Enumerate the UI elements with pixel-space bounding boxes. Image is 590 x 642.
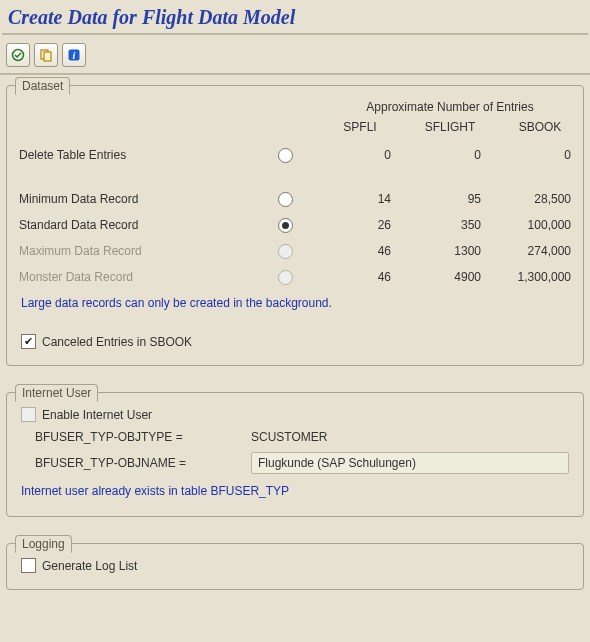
radio-minimum[interactable] xyxy=(278,192,293,207)
info-icon: i xyxy=(67,48,81,62)
radio-standard[interactable] xyxy=(278,218,293,233)
row-monster-label: Monster Data Record xyxy=(15,270,255,284)
checkbox-canceled-sbook[interactable]: ✔ xyxy=(21,334,36,349)
row-minimum-c1: 14 xyxy=(315,192,405,206)
page-title: Create Data for Flight Data Model xyxy=(0,0,590,33)
internet-user-legend: Internet User xyxy=(15,384,98,402)
row-standard-c3: 100,000 xyxy=(495,218,585,232)
col-sflight: SFLIGHT xyxy=(405,120,495,134)
dataset-legend: Dataset xyxy=(15,77,70,95)
row-monster: Monster Data Record 46 4900 1,300,000 xyxy=(15,264,575,290)
row-maximum: Maximum Data Record 46 1300 274,000 xyxy=(15,238,575,264)
row-monster-c3: 1,300,000 xyxy=(495,270,585,284)
row-standard: Standard Data Record 26 350 100,000 xyxy=(15,212,575,238)
row-minimum-label: Minimum Data Record xyxy=(15,192,255,206)
label-objname: BFUSER_TYP-OBJNAME = xyxy=(21,456,251,470)
label-generate-log-list: Generate Log List xyxy=(42,559,137,573)
value-objtype: SCUSTOMER xyxy=(251,430,569,444)
toolbar: i xyxy=(0,39,590,73)
row-monster-c1: 46 xyxy=(315,270,405,284)
svg-rect-2 xyxy=(44,52,51,61)
row-standard-c2: 350 xyxy=(405,218,495,232)
row-maximum-c3: 274,000 xyxy=(495,244,585,258)
checkbox-enable-internet-user xyxy=(21,407,36,422)
copy-variant-button[interactable] xyxy=(34,43,58,67)
col-spfli: SPFLI xyxy=(315,120,405,134)
title-divider xyxy=(2,33,588,35)
execute-button[interactable] xyxy=(6,43,30,67)
internet-user-group: Internet User Enable Internet User BFUSE… xyxy=(6,392,584,517)
internet-user-note: Internet user already exists in table BF… xyxy=(15,478,575,504)
info-button[interactable]: i xyxy=(62,43,86,67)
input-objname[interactable]: Flugkunde (SAP Schulungen) xyxy=(251,452,569,474)
dataset-note: Large data records can only be created i… xyxy=(15,290,575,316)
row-standard-label: Standard Data Record xyxy=(15,218,255,232)
dataset-group: Dataset Approximate Number of Entries SP… xyxy=(6,85,584,366)
row-delete: Delete Table Entries 0 0 0 xyxy=(15,142,575,168)
row-minimum-c3: 28,500 xyxy=(495,192,585,206)
label-canceled-sbook: Canceled Entries in SBOOK xyxy=(42,335,192,349)
row-maximum-c2: 1300 xyxy=(405,244,495,258)
row-maximum-c1: 46 xyxy=(315,244,405,258)
row-minimum-c2: 95 xyxy=(405,192,495,206)
execute-icon xyxy=(11,48,25,62)
radio-delete[interactable] xyxy=(278,148,293,163)
label-objtype: BFUSER_TYP-OBJTYPE = xyxy=(21,430,251,444)
svg-text:i: i xyxy=(73,50,76,61)
row-maximum-label: Maximum Data Record xyxy=(15,244,255,258)
radio-maximum xyxy=(278,244,293,259)
row-standard-c1: 26 xyxy=(315,218,405,232)
toolbar-divider xyxy=(0,73,590,75)
radio-monster xyxy=(278,270,293,285)
row-monster-c2: 4900 xyxy=(405,270,495,284)
row-delete-label: Delete Table Entries xyxy=(15,148,255,162)
row-minimum: Minimum Data Record 14 95 28,500 xyxy=(15,186,575,212)
logging-group: Logging Generate Log List xyxy=(6,543,584,590)
row-delete-c2: 0 xyxy=(405,148,495,162)
copy-variant-icon xyxy=(39,48,53,62)
row-delete-c1: 0 xyxy=(315,148,405,162)
checkbox-generate-log-list[interactable] xyxy=(21,558,36,573)
label-enable-internet-user: Enable Internet User xyxy=(42,408,152,422)
row-delete-c3: 0 xyxy=(495,148,585,162)
entries-header: Approximate Number of Entries xyxy=(315,100,585,116)
col-sbook: SBOOK xyxy=(495,120,585,134)
logging-legend: Logging xyxy=(15,535,72,553)
